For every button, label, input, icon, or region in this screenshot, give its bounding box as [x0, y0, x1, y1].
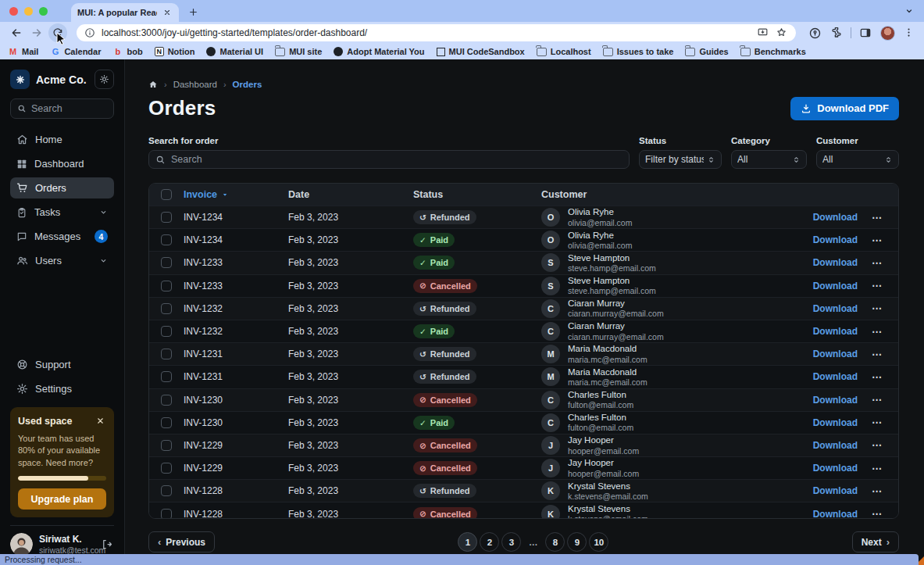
- pagination-page-9[interactable]: 9: [567, 532, 587, 552]
- download-link[interactable]: Download: [813, 303, 858, 314]
- url-bar[interactable]: localhost:3000/joy-ui/getting-started/te…: [77, 24, 796, 41]
- row-checkbox[interactable]: [161, 440, 172, 451]
- sidebar-item-settings[interactable]: Settings: [10, 378, 114, 399]
- row-checkbox[interactable]: [161, 417, 172, 428]
- pagination-page-10[interactable]: 10: [589, 532, 608, 552]
- bookmark-issues-to-take[interactable]: Issues to take: [603, 47, 674, 56]
- row-more-button[interactable]: ⋯: [872, 463, 883, 474]
- row-more-button[interactable]: ⋯: [872, 212, 883, 223]
- bookmark-mui-site[interactable]: MUI site: [275, 47, 322, 56]
- breadcrumb-dashboard[interactable]: Dashboard: [173, 80, 217, 89]
- bookmark-star-icon[interactable]: [776, 27, 788, 39]
- row-more-button[interactable]: ⋯: [872, 234, 883, 246]
- order-search-input[interactable]: Search: [148, 150, 630, 169]
- breadcrumb-home-icon[interactable]: [148, 80, 158, 89]
- close-icon[interactable]: [94, 415, 106, 427]
- bookmark-mui-codesandbox[interactable]: MUI CodeSandbox: [437, 47, 525, 56]
- table-row[interactable]: INV-1232 Feb 3, 2023 ↺Refunded C Ciaran …: [149, 297, 898, 320]
- table-row[interactable]: INV-1232 Feb 3, 2023 ✓Paid C Ciaran Murr…: [149, 320, 898, 342]
- back-icon[interactable]: [8, 24, 25, 41]
- download-link[interactable]: Download: [813, 440, 858, 451]
- pagination-page-2[interactable]: 2: [480, 532, 499, 552]
- bookmark-bob[interactable]: bbob: [112, 47, 142, 57]
- table-row[interactable]: INV-1228 Feb 3, 2023 ⊘Cancelled K Krysta…: [149, 502, 898, 519]
- table-row[interactable]: INV-1231 Feb 3, 2023 ↺Refunded M Maria M…: [149, 365, 898, 388]
- sidebar-item-orders[interactable]: Orders: [10, 177, 114, 198]
- sidebar-item-support[interactable]: Support: [10, 354, 114, 375]
- new-tab-button[interactable]: [185, 4, 201, 20]
- minimize-window-button[interactable]: [24, 7, 33, 16]
- reload-icon[interactable]: [48, 23, 67, 42]
- browser-menu-icon[interactable]: [903, 27, 916, 40]
- table-row[interactable]: INV-1234 Feb 3, 2023 ✓Paid O Olivia Ryhe…: [149, 228, 898, 251]
- sidebar-search-input[interactable]: Search: [10, 98, 114, 119]
- customer-filter-select[interactable]: All: [816, 150, 899, 169]
- row-checkbox[interactable]: [161, 371, 172, 382]
- download-link[interactable]: Download: [813, 485, 858, 496]
- row-checkbox[interactable]: [161, 303, 172, 314]
- row-more-button[interactable]: ⋯: [872, 417, 883, 428]
- row-more-button[interactable]: ⋯: [872, 302, 883, 314]
- row-more-button[interactable]: ⋯: [872, 508, 883, 519]
- row-checkbox[interactable]: [161, 281, 172, 291]
- select-all-checkbox[interactable]: [161, 189, 172, 200]
- sidebar-item-users[interactable]: Users: [10, 250, 114, 271]
- row-more-button[interactable]: ⋯: [872, 326, 883, 338]
- row-checkbox[interactable]: [161, 349, 172, 359]
- invoice-column-header[interactable]: Invoice: [184, 189, 288, 200]
- row-checkbox[interactable]: [161, 326, 172, 337]
- download-link[interactable]: Download: [813, 509, 858, 519]
- sidebar-item-tasks[interactable]: Tasks: [10, 202, 114, 223]
- row-more-button[interactable]: ⋯: [872, 371, 883, 383]
- download-link[interactable]: Download: [813, 212, 858, 223]
- table-row[interactable]: INV-1234 Feb 3, 2023 ↺Refunded O Olivia …: [149, 206, 898, 228]
- row-more-button[interactable]: ⋯: [872, 280, 883, 291]
- row-more-button[interactable]: ⋯: [872, 349, 883, 360]
- row-checkbox[interactable]: [161, 212, 172, 223]
- table-row[interactable]: INV-1229 Feb 3, 2023 ⊘Cancelled J Jay Ho…: [149, 456, 898, 479]
- table-row[interactable]: INV-1229 Feb 3, 2023 ⊘Cancelled J Jay Ho…: [149, 434, 898, 456]
- row-checkbox[interactable]: [161, 485, 172, 496]
- tab-close-icon[interactable]: [162, 7, 173, 18]
- download-pdf-button[interactable]: Download PDF: [790, 97, 899, 120]
- row-checkbox[interactable]: [161, 509, 172, 519]
- bookmark-benchmarks[interactable]: Benchmarks: [740, 47, 806, 56]
- row-more-button[interactable]: ⋯: [872, 257, 883, 269]
- sidebar-item-home[interactable]: Home: [10, 129, 114, 150]
- table-row[interactable]: INV-1233 Feb 3, 2023 ⊘Cancelled S Steve …: [149, 274, 898, 297]
- bookmark-calendar[interactable]: GCalendar: [50, 47, 101, 57]
- side-panel-icon[interactable]: [859, 27, 872, 40]
- bookmark-material-ui[interactable]: Material UI: [206, 47, 263, 56]
- bookmark-mail[interactable]: MMail: [8, 47, 38, 57]
- download-link[interactable]: Download: [813, 395, 858, 406]
- sidebar-item-messages[interactable]: Messages 4: [10, 226, 114, 247]
- tab-search-chevron-icon[interactable]: [902, 4, 916, 18]
- download-link[interactable]: Download: [813, 326, 858, 337]
- table-row[interactable]: INV-1228 Feb 3, 2023 ↺Refunded K Krystal…: [149, 479, 898, 502]
- sidebar-item-dashboard[interactable]: Dashboard: [10, 153, 114, 174]
- pagination-page-8[interactable]: 8: [545, 532, 565, 552]
- forward-icon[interactable]: [28, 24, 45, 41]
- bookmark-notion[interactable]: NNotion: [155, 47, 195, 56]
- download-link[interactable]: Download: [813, 281, 858, 291]
- table-row[interactable]: INV-1230 Feb 3, 2023 ✓Paid C Charles Ful…: [149, 411, 898, 434]
- close-window-button[interactable]: [9, 7, 18, 16]
- bookmark-adopt-material-you[interactable]: Adopt Material You: [334, 47, 424, 56]
- row-more-button[interactable]: ⋯: [872, 485, 883, 497]
- next-page-button[interactable]: Next ›: [852, 531, 899, 552]
- previous-page-button[interactable]: ‹ Previous: [148, 531, 215, 552]
- download-link[interactable]: Download: [813, 349, 858, 359]
- password-manager-icon[interactable]: [808, 27, 822, 40]
- table-row[interactable]: INV-1233 Feb 3, 2023 ✓Paid S Steve Hampt…: [149, 251, 898, 274]
- zoom-window-button[interactable]: [39, 7, 48, 16]
- pagination-page-3[interactable]: 3: [501, 532, 521, 552]
- browser-tab[interactable]: MUI: A popular React UI fram: [71, 3, 179, 22]
- download-link[interactable]: Download: [813, 257, 858, 268]
- profile-avatar[interactable]: [880, 26, 895, 41]
- row-more-button[interactable]: ⋯: [872, 394, 883, 406]
- download-link[interactable]: Download: [813, 463, 858, 474]
- install-app-icon[interactable]: [757, 27, 769, 39]
- breadcrumb-orders[interactable]: Orders: [233, 80, 262, 89]
- pagination-page-1[interactable]: 1: [458, 532, 477, 552]
- download-link[interactable]: Download: [813, 234, 858, 245]
